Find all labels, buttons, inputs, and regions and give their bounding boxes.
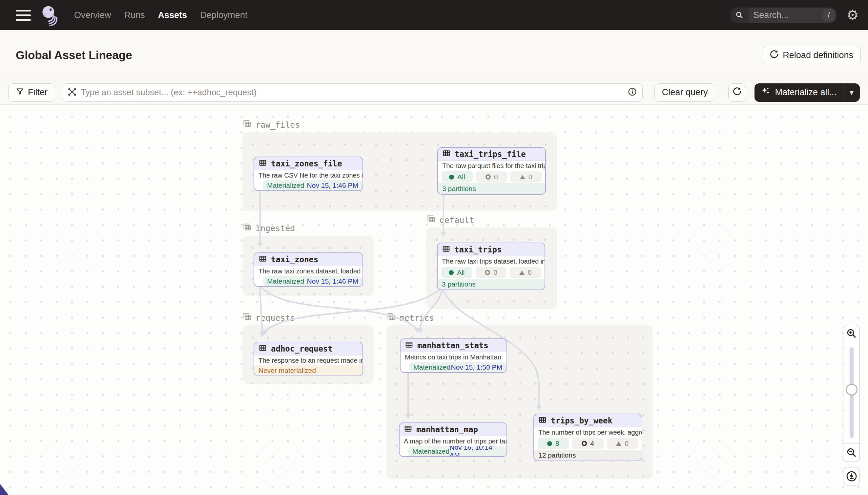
- asset-node-header: manhattan_map: [400, 423, 507, 436]
- asset-node-taxi_trips[interactable]: taxi_tripsThe raw taxi trips dataset, lo…: [437, 243, 545, 290]
- asset-description: The raw taxi zones dataset, loaded int..…: [254, 266, 362, 276]
- asset-node-footer: MaterializedNov 15, 1:46 PM: [263, 276, 362, 286]
- group-name: metrics: [400, 313, 434, 323]
- group-label-metrics[interactable]: metrics: [386, 312, 434, 323]
- materialization-status: Materialized: [267, 182, 304, 189]
- materialize-all-button[interactable]: Materialize all...: [755, 83, 844, 102]
- info-icon[interactable]: [627, 87, 637, 98]
- group-label-requests[interactable]: requests: [243, 312, 295, 323]
- reload-definitions-button[interactable]: Reload definitions: [762, 46, 861, 64]
- tab-runs[interactable]: Runs: [124, 10, 145, 20]
- materialized-dot-icon: [547, 441, 552, 446]
- materialized-dot-icon: [449, 175, 454, 180]
- partition-pill: 0: [510, 171, 542, 183]
- zoom-slider[interactable]: [843, 342, 860, 443]
- nav-tabs: Overview Runs Assets Deployment: [74, 10, 247, 20]
- asset-node-footer: MaterializedNov 15, 1:50 PM: [409, 362, 507, 372]
- table-icon: [538, 415, 547, 426]
- asset-node-footer: MaterializedNov 16, 10:14 AM: [408, 446, 507, 456]
- asset-description: The raw parquet files for the taxi trips…: [438, 161, 545, 171]
- partition-pill-count: 0: [493, 269, 497, 276]
- filter-button[interactable]: Filter: [8, 83, 55, 102]
- asset-node-trips_by_week[interactable]: trips_by_weekThe number of trips per wee…: [533, 414, 642, 461]
- download-image-button[interactable]: [843, 467, 860, 485]
- asset-node-header: trips_by_week: [534, 414, 642, 427]
- asset-node-header: manhattan_stats: [401, 339, 507, 352]
- materialization-timestamp[interactable]: Nov 15, 1:46 PM: [307, 277, 358, 285]
- partition-pill: 0: [510, 267, 541, 278]
- group-label-ingested[interactable]: ingested: [243, 223, 295, 234]
- materialize-dropdown-caret[interactable]: ▾: [844, 83, 860, 102]
- asset-node-manhattan_stats[interactable]: manhattan_statsMetrics on taxi trips in …: [400, 338, 507, 373]
- asset-node-footer: 3 partitions: [438, 183, 545, 194]
- asset-description: The raw CSV file for the taxi zones dat.…: [254, 170, 362, 180]
- asset-description: A map of the number of trips per taxi z.…: [400, 436, 507, 446]
- asset-node-taxi_zones_file[interactable]: taxi_zones_fileThe raw CSV file for the …: [253, 157, 363, 191]
- lineage-canvas[interactable]: raw_filesingesteddefaultrequestsmetricst…: [0, 105, 868, 495]
- asset-subset-input[interactable]: Type an asset subset... (ex: ++adhoc_req…: [62, 83, 643, 102]
- clear-query-button[interactable]: Clear query: [654, 83, 715, 102]
- partition-status-pills: All00: [438, 266, 545, 279]
- table-icon: [405, 340, 413, 351]
- materialization-timestamp[interactable]: Nov 15, 1:50 PM: [451, 363, 502, 371]
- partition-pill: All: [441, 267, 472, 278]
- page-header: Global Asset Lineage Reload definitions: [0, 30, 868, 81]
- hamburger-menu-icon[interactable]: [16, 10, 31, 21]
- zoom-slider-thumb[interactable]: [846, 384, 857, 395]
- materialization-timestamp[interactable]: Nov 16, 10:14 AM: [449, 446, 502, 456]
- asset-node-header: taxi_trips_file: [438, 148, 545, 161]
- stale-triangle-icon: [520, 175, 525, 179]
- failed-ring-icon: [485, 270, 490, 275]
- table-icon: [442, 149, 451, 159]
- table-icon: [259, 344, 267, 354]
- sparkle-icon: [760, 86, 771, 99]
- table-icon: [259, 158, 267, 169]
- materialization-status: 3 partitions: [442, 280, 476, 288]
- asset-node-taxi_trips_file[interactable]: taxi_trips_fileThe raw parquet files for…: [437, 147, 546, 195]
- asset-node-footer: 12 partitions: [534, 450, 642, 461]
- tab-overview[interactable]: Overview: [74, 10, 111, 20]
- refresh-icon: [732, 87, 742, 98]
- asset-node-header: taxi_zones: [254, 253, 362, 266]
- materialization-timestamp[interactable]: Nov 15, 1:46 PM: [307, 182, 358, 189]
- materialization-status: Never materialized: [259, 366, 316, 375]
- table-icon: [442, 244, 450, 255]
- materialize-all-split-button: Materialize all... ▾: [755, 83, 860, 102]
- group-label-default[interactable]: default: [426, 214, 474, 225]
- clear-query-label: Clear query: [662, 87, 708, 98]
- asset-node-taxi_zones[interactable]: taxi_zonesThe raw taxi zones dataset, lo…: [253, 252, 363, 287]
- materialization-status: 3 partitions: [442, 185, 476, 193]
- partition-pill-count: 0: [494, 173, 498, 181]
- group-icon: [243, 223, 252, 234]
- tab-assets[interactable]: Assets: [158, 10, 187, 20]
- materialized-dot-icon: [449, 270, 454, 275]
- asset-node-footer: Never materialized: [254, 365, 362, 376]
- partition-pill-count: 0: [625, 440, 628, 447]
- dagster-logo[interactable]: [39, 5, 60, 25]
- asset-name: manhattan_stats: [417, 341, 489, 350]
- asset-node-adhoc_request[interactable]: adhoc_requestThe response to an request …: [253, 342, 363, 376]
- group-icon: [386, 312, 396, 323]
- group-name: default: [440, 215, 474, 225]
- partition-pill: 4: [572, 438, 603, 449]
- group-label-raw_files[interactable]: raw_files: [243, 119, 300, 130]
- asset-description: The response to an request made in th...: [254, 356, 362, 365]
- materialization-status: Materialized: [413, 363, 450, 371]
- asset-node-manhattan_map[interactable]: manhattan_mapA map of the number of trip…: [399, 423, 507, 457]
- asset-description: The raw taxi trips dataset, loaded into …: [438, 256, 545, 266]
- materialize-all-label: Materialize all...: [775, 87, 836, 98]
- gear-icon[interactable]: ⚙: [846, 8, 859, 22]
- search-input[interactable]: Search... /: [730, 7, 836, 23]
- partition-pill-count: 4: [590, 440, 594, 447]
- group-name: raw_files: [255, 120, 300, 130]
- materialization-status: Materialized: [267, 277, 304, 285]
- refresh-button[interactable]: [728, 83, 746, 102]
- partition-status-pills: 840: [534, 437, 642, 450]
- zoom-out-button[interactable]: [843, 443, 860, 462]
- asset-name: taxi_zones_file: [271, 159, 342, 168]
- asset-node-header: taxi_zones_file: [254, 157, 362, 170]
- tab-deployment[interactable]: Deployment: [200, 10, 247, 20]
- asset-node-header: taxi_trips: [438, 243, 545, 256]
- partition-pill-count: All: [457, 269, 464, 276]
- zoom-in-button[interactable]: [843, 325, 860, 342]
